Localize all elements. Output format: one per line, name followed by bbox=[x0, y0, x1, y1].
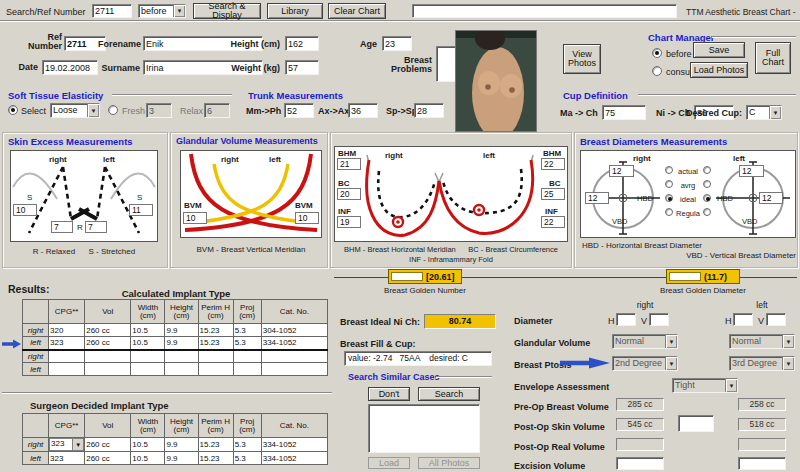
diameter-left-v-input[interactable] bbox=[766, 313, 786, 326]
relax-input[interactable] bbox=[204, 103, 230, 118]
load-button[interactable]: Load bbox=[368, 457, 410, 469]
col-perim: Perim H (cm) bbox=[198, 300, 233, 324]
library-button[interactable]: Library bbox=[267, 3, 323, 19]
search-ref-input[interactable] bbox=[92, 4, 132, 18]
load-photos-button[interactable]: Load Photos bbox=[690, 62, 748, 78]
mode-dropdown-value: before bbox=[139, 5, 173, 17]
ptosis-right-dropdown[interactable]: 2nd Degree ▼ bbox=[612, 356, 678, 371]
trunk-f2-label: Ax->Ax bbox=[318, 106, 349, 116]
option-regula-label: Regula bbox=[674, 209, 702, 218]
save-button[interactable]: Save bbox=[693, 42, 745, 58]
left-regula-radio[interactable] bbox=[703, 208, 711, 216]
right-regula-radio[interactable] bbox=[665, 208, 673, 216]
consult-radio[interactable] bbox=[652, 66, 662, 76]
cell: 334-1052 bbox=[261, 337, 327, 350]
left-avrg-radio[interactable] bbox=[703, 180, 711, 188]
cell bbox=[165, 350, 198, 363]
golden-number-value: [20.61] bbox=[426, 272, 455, 282]
dropdown-arrow-icon[interactable]: ▼ bbox=[665, 357, 677, 370]
diameter-right-h-input[interactable] bbox=[616, 313, 636, 326]
table-row: right 323 ▼ 260 cc 10.5 9.9 15.23 5.3 33… bbox=[23, 438, 328, 452]
surgeon-implant-table: CPG** Vol Width (cm) Height (cm) Perim H… bbox=[22, 413, 328, 465]
skin-s-right-tag: S bbox=[27, 193, 32, 202]
elasticity-dropdown[interactable]: Loose ▼ bbox=[50, 103, 100, 118]
soft-tissue-groupline bbox=[112, 94, 232, 96]
horizontal-canvas: BHM 21 right left BHM 22 BC 20 BC 25 INF… bbox=[334, 146, 568, 242]
dont-button[interactable]: Don't bbox=[368, 387, 410, 401]
dropdown-arrow-icon[interactable]: ▼ bbox=[72, 439, 83, 450]
cell bbox=[233, 350, 261, 363]
cell: 260 cc bbox=[85, 337, 131, 350]
dropdown-arrow-icon[interactable]: ▼ bbox=[782, 335, 794, 348]
col-catno: Cat. No. bbox=[261, 300, 327, 324]
age-input[interactable] bbox=[382, 36, 412, 51]
envelope-dropdown[interactable]: Tight ▼ bbox=[672, 378, 738, 393]
dropdown-arrow-icon[interactable]: ▼ bbox=[769, 106, 781, 119]
cell: 5.3 bbox=[233, 438, 261, 452]
row-side: right bbox=[23, 438, 49, 452]
view-photos-button[interactable]: View Photos bbox=[563, 44, 601, 74]
mode-dropdown[interactable]: before ▼ bbox=[138, 4, 186, 18]
skin-s-left-value: 11 bbox=[129, 204, 153, 216]
skin-r-tag: R bbox=[77, 223, 83, 232]
left-vbd-value: 12 bbox=[739, 165, 764, 177]
search-display-button[interactable]: Search & Display bbox=[193, 3, 261, 19]
similar-cases-listbox[interactable] bbox=[368, 404, 480, 453]
inf-right-value: 19 bbox=[337, 216, 361, 228]
cell: 9.9 bbox=[165, 324, 198, 337]
ptosis-left-dropdown[interactable]: 3rd Degree ▼ bbox=[729, 356, 795, 371]
cup-f1-input[interactable] bbox=[602, 105, 646, 120]
skin-r-left-value: 7 bbox=[85, 221, 107, 233]
dropdown-arrow-icon[interactable]: ▼ bbox=[87, 104, 99, 117]
weight-input[interactable] bbox=[285, 60, 319, 75]
dropdown-arrow-icon[interactable]: ▼ bbox=[665, 335, 677, 348]
right-avrg-radio[interactable] bbox=[665, 180, 673, 188]
col-proj: Proj (cm) bbox=[233, 300, 261, 324]
dropdown-arrow-icon[interactable]: ▼ bbox=[173, 5, 185, 17]
soft-tissue-select-label: Select bbox=[21, 106, 46, 116]
fresh-input[interactable] bbox=[146, 103, 172, 118]
right-actual-radio[interactable] bbox=[665, 166, 673, 174]
trunk-f2-input[interactable] bbox=[348, 103, 378, 118]
surgeon-cpg-dropdown[interactable]: 323 ▼ bbox=[49, 438, 84, 451]
before-radio[interactable] bbox=[652, 48, 662, 58]
left-actual-radio[interactable] bbox=[703, 166, 711, 174]
cell: 10.5 bbox=[131, 324, 165, 337]
diameter-right-v-label: V bbox=[641, 316, 647, 326]
breast-ideal-value: 80.74 bbox=[424, 314, 496, 329]
clear-chart-button[interactable]: Clear Chart bbox=[328, 3, 386, 19]
full-chart-button[interactable]: Full Chart bbox=[755, 42, 791, 74]
soft-tissue-select-radio[interactable] bbox=[8, 105, 18, 115]
cell: 5.3 bbox=[233, 337, 261, 350]
glandular-volume-label: Glandular Volume bbox=[514, 338, 590, 348]
height-input[interactable] bbox=[285, 36, 319, 51]
search-ref-label: Search/Ref Number bbox=[6, 7, 86, 17]
col-vol: Vol bbox=[85, 414, 131, 438]
desired-cup-dropdown[interactable]: C ▼ bbox=[746, 105, 782, 120]
soft-tissue-measured-radio[interactable] bbox=[108, 105, 118, 115]
results-label: Results: bbox=[8, 283, 49, 295]
dropdown-arrow-icon[interactable]: ▼ bbox=[782, 357, 794, 370]
glandular-legend: BVM - Breast Vertical Meridian bbox=[172, 245, 330, 254]
glandular-right-dropdown[interactable]: Normal ▼ bbox=[612, 334, 678, 349]
dropdown-arrow-icon[interactable]: ▼ bbox=[725, 379, 737, 392]
trunk-f1-input[interactable] bbox=[284, 103, 314, 118]
diameter-left-h-input[interactable] bbox=[733, 313, 753, 326]
cell: 260 cc bbox=[85, 438, 131, 452]
excision-volume-label: Excision Volume bbox=[514, 461, 585, 471]
bvm-right-tag: BVM bbox=[184, 201, 202, 210]
excision-right-input[interactable] bbox=[616, 457, 664, 470]
all-photos-button[interactable]: All Photos bbox=[418, 457, 480, 469]
similar-cases-title: Search Similar Cases bbox=[348, 372, 440, 382]
glandular-left-dropdown[interactable]: Normal ▼ bbox=[729, 334, 795, 349]
weight-label: Weight (kg) bbox=[228, 63, 280, 73]
skin-left-label: left bbox=[103, 155, 115, 164]
left-ideal-radio[interactable] bbox=[703, 194, 711, 202]
right-ideal-radio[interactable] bbox=[665, 194, 673, 202]
excision-left-input[interactable] bbox=[738, 457, 786, 470]
postop-skin-center-input[interactable] bbox=[678, 415, 714, 432]
date-input[interactable] bbox=[42, 60, 98, 75]
search-button[interactable]: Search bbox=[418, 387, 480, 401]
diameter-right-v-input[interactable] bbox=[649, 313, 669, 326]
trunk-f3-input[interactable] bbox=[414, 103, 444, 118]
